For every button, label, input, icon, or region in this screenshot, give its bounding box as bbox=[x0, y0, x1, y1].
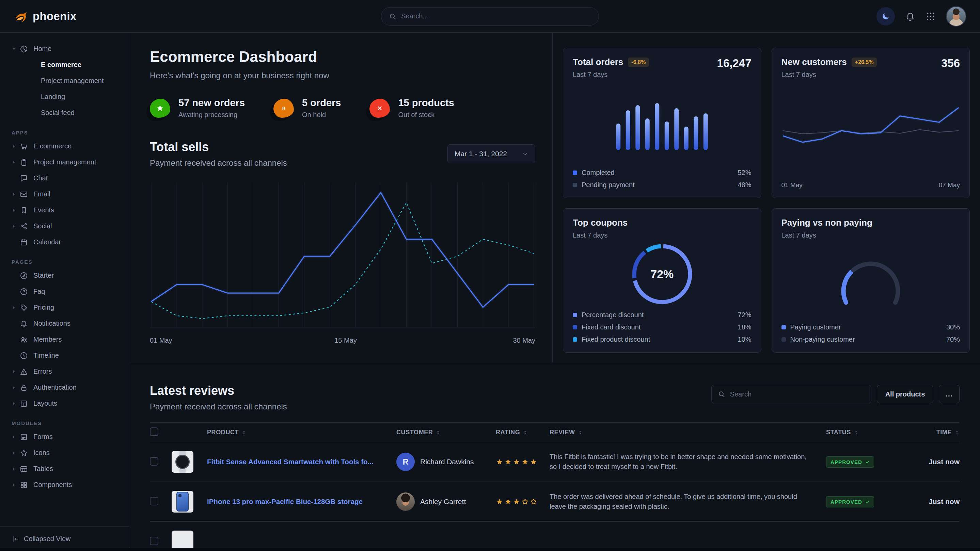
date-range-select[interactable]: Mar 1 - 31, 2022 bbox=[447, 144, 535, 164]
search-icon bbox=[718, 391, 725, 398]
quick-stat: 5 ordersOn hold bbox=[274, 97, 341, 119]
product-image[interactable] bbox=[172, 451, 193, 473]
product-image[interactable] bbox=[172, 491, 193, 513]
caret-right-icon bbox=[11, 467, 16, 472]
change-badge: -6.8% bbox=[628, 57, 649, 67]
sidebar-item-label: Faq bbox=[33, 287, 45, 295]
reviews-search[interactable] bbox=[711, 385, 871, 403]
caret-right-icon bbox=[11, 385, 16, 390]
lock-icon bbox=[20, 384, 28, 392]
reviews-table-header: PRODUCTCUSTOMERRATINGREVIEWSTATUSTIME bbox=[150, 422, 959, 442]
sidebar-item-forms[interactable]: Forms bbox=[11, 429, 124, 445]
product-link[interactable]: iPhone 13 pro max-Pacific Blue-128GB sto… bbox=[207, 497, 396, 506]
global-search-input[interactable] bbox=[401, 12, 591, 20]
caret-spacer bbox=[11, 240, 16, 245]
sidebar-item-tables[interactable]: Tables bbox=[11, 461, 124, 477]
card-top-coupons: Top coupons Last 7 days 72% Percentage d… bbox=[563, 208, 761, 353]
sidebar-subitem-landing[interactable]: Landing bbox=[11, 89, 124, 105]
sidebar-item-email[interactable]: Email bbox=[11, 186, 124, 202]
sidebar-item-social[interactable]: Social bbox=[11, 218, 124, 234]
sidebar-subitem-e-commerce[interactable]: E commerce bbox=[11, 57, 124, 73]
sidebar-item-events[interactable]: Events bbox=[11, 202, 124, 218]
dashboard-left: Ecommerce Dashboard Here's what's going … bbox=[129, 33, 552, 363]
total-sells-header: Total sells Payment received across all … bbox=[150, 140, 535, 168]
review-row bbox=[150, 522, 959, 551]
sort-header-product[interactable]: PRODUCT bbox=[207, 429, 396, 436]
legend-label: Pending payment bbox=[582, 181, 635, 189]
sidebar-item-notifications[interactable]: Notifications bbox=[11, 316, 124, 332]
sort-header-status[interactable]: STATUS bbox=[826, 429, 908, 436]
legend-item: Non-paying customer70% bbox=[781, 335, 960, 343]
stat-value: 15 products bbox=[398, 97, 454, 109]
all-products-button[interactable]: All products bbox=[877, 385, 934, 403]
sidebar-item-faq[interactable]: Faq bbox=[11, 284, 124, 300]
components-icon bbox=[20, 481, 28, 489]
sort-header-review[interactable]: REVIEW bbox=[550, 429, 826, 436]
bell-icon[interactable] bbox=[905, 11, 915, 21]
column-label: TIME bbox=[936, 429, 952, 436]
sidebar-item-layouts[interactable]: Layouts bbox=[11, 395, 124, 411]
caret-spacer bbox=[11, 176, 16, 181]
theme-toggle-button[interactable] bbox=[877, 7, 895, 25]
customer-avatar[interactable]: R bbox=[396, 453, 415, 471]
select-all-checkbox[interactable] bbox=[150, 427, 158, 436]
sidebar-item-timeline[interactable]: Timeline bbox=[11, 348, 124, 364]
legend-item: Fixed card discount18% bbox=[573, 323, 751, 331]
sidebar-item-icons[interactable]: Icons bbox=[11, 445, 124, 461]
sidebar-item-errors[interactable]: Errors bbox=[11, 364, 124, 380]
stat-caption: Out of stock bbox=[398, 111, 454, 119]
sidebar-subitem-project-management[interactable]: Project management bbox=[11, 73, 124, 89]
clipboard-icon bbox=[20, 158, 28, 167]
sidebar-item-chat[interactable]: Chat bbox=[11, 170, 124, 186]
review-time: Just now bbox=[908, 458, 959, 466]
sidebar-item-label: Notifications bbox=[33, 319, 70, 327]
sidebar-item-members[interactable]: Members bbox=[11, 332, 124, 348]
sidebar-item-components[interactable]: Components bbox=[11, 477, 124, 493]
global-search[interactable] bbox=[381, 7, 599, 25]
brand[interactable]: phoenix bbox=[14, 9, 76, 24]
sidebar-item-calendar[interactable]: Calendar bbox=[11, 234, 124, 250]
sidebar-item-authentication[interactable]: Authentication bbox=[11, 380, 124, 395]
latest-reviews-section: Latest reviews Payment received across a… bbox=[129, 363, 980, 551]
star-icon bbox=[521, 498, 529, 505]
caret-right-icon bbox=[11, 305, 16, 310]
product-link[interactable]: Fitbit Sense Advanced Smartwatch with To… bbox=[207, 458, 396, 466]
sort-header-time[interactable]: TIME bbox=[908, 429, 959, 436]
sidebar-item-e-commerce[interactable]: E commerce bbox=[11, 138, 124, 154]
sidebar-item-pricing[interactable]: Pricing bbox=[11, 300, 124, 316]
alert-icon bbox=[20, 368, 28, 376]
row-checkbox[interactable] bbox=[150, 497, 158, 505]
row-checkbox[interactable] bbox=[150, 457, 158, 465]
caret-right-icon bbox=[11, 192, 16, 197]
sidebar-item-label: Starter bbox=[33, 272, 54, 279]
apps-grid-icon[interactable] bbox=[926, 11, 936, 21]
dashboard-top: Ecommerce Dashboard Here's what's going … bbox=[129, 33, 980, 363]
bell-icon bbox=[20, 319, 28, 328]
legend-chip bbox=[573, 325, 577, 329]
reviews-toolbar: All products ... bbox=[711, 385, 959, 403]
layout-icon bbox=[20, 400, 28, 408]
more-options-button[interactable]: ... bbox=[939, 385, 959, 403]
stat-value: 57 new orders bbox=[178, 97, 245, 109]
column-label: CUSTOMER bbox=[396, 429, 433, 436]
sort-header-customer[interactable]: CUSTOMER bbox=[396, 429, 496, 436]
user-avatar[interactable] bbox=[946, 6, 966, 27]
sidebar-item-project-management[interactable]: Project management bbox=[11, 154, 124, 170]
sidebar-item-label: Pricing bbox=[33, 303, 54, 311]
customer-name: Richard Dawkins bbox=[420, 458, 474, 466]
sidebar-item-starter[interactable]: Starter bbox=[11, 267, 124, 284]
sidebar-subitem-social-feed[interactable]: Social feed bbox=[11, 105, 124, 121]
row-checkbox[interactable] bbox=[150, 537, 158, 545]
latest-reviews-title: Latest reviews bbox=[150, 384, 287, 398]
reviews-search-input[interactable] bbox=[730, 391, 865, 398]
sidebar-item-home[interactable]: Home bbox=[11, 41, 124, 57]
date-range-value: Mar 1 - 31, 2022 bbox=[455, 150, 507, 158]
legend-item: Percentage discount72% bbox=[573, 311, 751, 319]
sort-header-rating[interactable]: RATING bbox=[496, 429, 550, 436]
collapsed-view-button[interactable]: Collapsed View bbox=[11, 535, 118, 543]
star-fill-icon bbox=[513, 458, 520, 465]
top-coupons-chart: 72% bbox=[573, 239, 751, 309]
customer-avatar[interactable] bbox=[396, 492, 415, 511]
sidebar-nav: HomeE commerceProject managementLandingS… bbox=[0, 41, 129, 493]
sidebar-item-label: Layouts bbox=[33, 400, 57, 407]
